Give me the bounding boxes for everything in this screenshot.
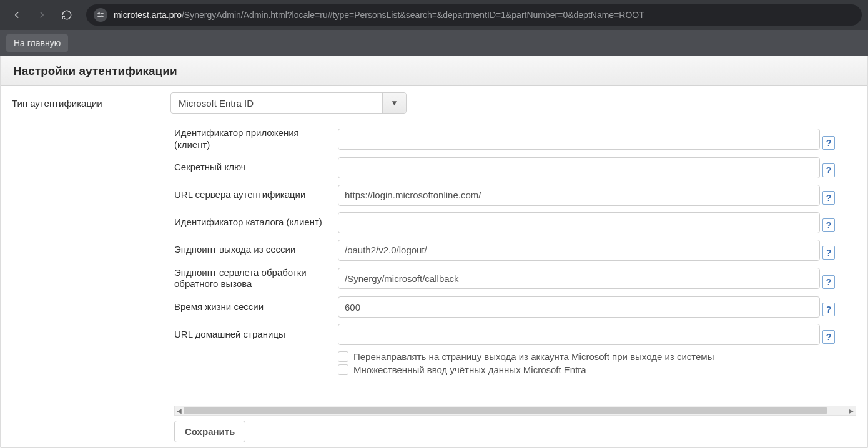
svg-point-3: [101, 16, 102, 17]
checkbox-multi-entry[interactable]: Множественный ввод учётных данных Micros…: [338, 364, 840, 375]
help-icon[interactable]: ?: [822, 163, 835, 177]
auth-type-row: Тип аутентификации Microsoft Entra ID ▼: [12, 92, 856, 114]
help-icon[interactable]: ?: [822, 275, 835, 289]
input-callback-endpoint[interactable]: [338, 268, 820, 289]
settings-grid: Идентификатор приложения (клиент) ? Секр…: [174, 122, 856, 402]
checkbox-redirect-on-logout-input[interactable]: [338, 351, 348, 362]
input-session-ttl[interactable]: [338, 296, 820, 318]
help-icon[interactable]: ?: [822, 136, 835, 150]
checkbox-multi-entry-label: Множественный ввод учётных данных Micros…: [353, 364, 586, 375]
auth-type-dropdown[interactable]: Microsoft Entra ID ▼: [170, 92, 407, 114]
help-icon[interactable]: ?: [822, 303, 835, 316]
url-bar[interactable]: microtest.arta.pro/SynergyAdmin/Admin.ht…: [86, 4, 862, 26]
scroll-right-icon[interactable]: ▶: [847, 407, 856, 414]
svg-point-0: [99, 13, 100, 14]
input-catalog-id[interactable]: [338, 212, 820, 233]
page-wrapper: Настройки аутентификации Тип аутентифика…: [0, 56, 868, 448]
browser-chrome: microtest.arta.pro/SynergyAdmin/Admin.ht…: [0, 0, 868, 30]
page-body: Тип аутентификации Microsoft Entra ID ▼ …: [1, 86, 867, 447]
url-text: microtest.arta.pro/SynergyAdmin/Admin.ht…: [114, 10, 644, 20]
auth-type-value: Microsoft Entra ID: [171, 93, 382, 113]
label-secret-key: Секретный ключ: [174, 162, 335, 173]
label-auth-server-url: URL сервера аутентификации: [174, 189, 335, 201]
auth-type-label: Тип аутентификации: [12, 98, 155, 109]
url-path: /SynergyAdmin/Admin.html?locale=ru#type=…: [182, 10, 644, 20]
checkbox-redirect-on-logout-label: Перенаправлять на страницу выхода из акк…: [353, 351, 714, 362]
input-app-id[interactable]: [338, 129, 820, 150]
save-row: Сохранить: [174, 421, 856, 442]
scrollbar-track[interactable]: [184, 406, 847, 415]
help-icon[interactable]: ?: [822, 246, 835, 260]
chevron-down-icon: ▼: [382, 93, 406, 113]
page-header: Настройки аутентификации: [1, 56, 867, 86]
nav-back-button[interactable]: [6, 4, 27, 26]
input-secret-key[interactable]: [338, 157, 820, 178]
scrollbar-thumb[interactable]: [184, 407, 827, 414]
nav-reload-button[interactable]: [56, 4, 77, 26]
horizontal-scrollbar[interactable]: ◀ ▶: [174, 406, 856, 416]
label-session-ttl: Время жизни сессии: [174, 301, 335, 313]
input-auth-server-url[interactable]: [338, 185, 820, 206]
scroll-left-icon[interactable]: ◀: [175, 407, 184, 414]
save-button[interactable]: Сохранить: [174, 421, 245, 442]
label-callback-endpoint: Эндпоинт сервлета обработки обратного вы…: [174, 267, 335, 291]
site-settings-icon[interactable]: [94, 8, 107, 22]
input-home-url[interactable]: [338, 324, 820, 345]
help-icon[interactable]: ?: [822, 191, 835, 205]
label-logout-endpoint: Эндпоинт выхода из сессии: [174, 244, 335, 256]
checkbox-multi-entry-input[interactable]: [338, 364, 348, 375]
url-host: microtest.arta.pro: [114, 10, 182, 20]
app-topbar: На главную: [0, 30, 868, 56]
nav-forward-button: [31, 4, 52, 26]
label-catalog-id: Идентификатор каталога (клиент): [174, 217, 335, 228]
label-app-id: Идентификатор приложения (клиент): [174, 127, 335, 151]
checkbox-redirect-on-logout[interactable]: Перенаправлять на страницу выхода из акк…: [338, 351, 840, 362]
input-logout-endpoint[interactable]: [338, 240, 820, 261]
help-icon[interactable]: ?: [822, 218, 835, 232]
label-home-url: URL домашней страницы: [174, 329, 335, 341]
help-icon[interactable]: ?: [822, 330, 835, 344]
home-button[interactable]: На главную: [6, 34, 68, 52]
page-title: Настройки аутентификации: [13, 64, 177, 78]
